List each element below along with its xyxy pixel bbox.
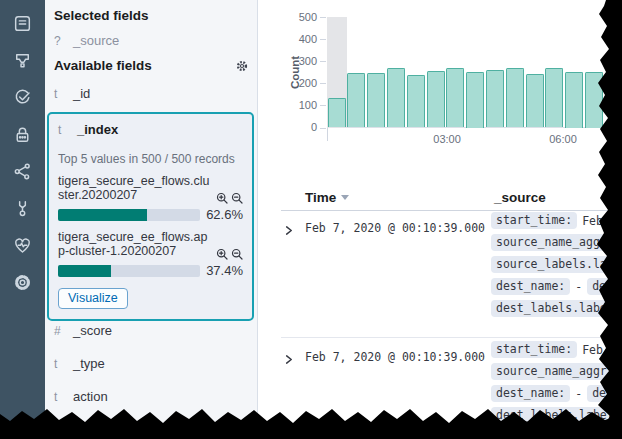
- field-name: _type: [73, 356, 105, 371]
- field-name: _source: [73, 33, 119, 48]
- y-axis-tick-mark: [320, 39, 326, 40]
- available-fields-header: Available fields: [54, 58, 152, 73]
- logs-icon[interactable]: [12, 13, 33, 34]
- monitoring-icon[interactable]: [12, 235, 33, 256]
- histogram-bar[interactable]: [427, 71, 445, 128]
- y-axis-tick-label: 300: [290, 55, 317, 67]
- column-header-source: _source: [494, 190, 546, 205]
- source-cell: start_time:Feb 7,source_name_aggr:dest_n…: [491, 341, 622, 429]
- top-value-zoom-buttons: [216, 190, 243, 202]
- field-type-icon: t: [54, 390, 63, 404]
- value-percent: 62.6%: [206, 207, 243, 222]
- visualize-button[interactable]: Visualize: [58, 288, 128, 309]
- magnify-plus-icon[interactable]: [216, 190, 228, 202]
- magnify-minus-icon[interactable]: [231, 246, 243, 258]
- source-key-badge: dest_labels.labels: [491, 407, 622, 424]
- source-key-badge: dest_name_aggr:: [587, 278, 622, 295]
- expand-row-icon[interactable]: [283, 222, 294, 233]
- table-header-divider: [281, 210, 622, 211]
- time-cell: Feb 7, 2020 @ 00:10:39.000: [305, 350, 485, 364]
- top-value-zoom-buttons: [216, 246, 243, 258]
- histogram-bar[interactable]: [506, 68, 524, 127]
- source-value-text: -: [575, 280, 582, 294]
- y-axis-tick-label: 100: [290, 99, 317, 111]
- source-cell: start_time:Feb 7,source_name_aggr:source…: [491, 212, 622, 322]
- column-header-time[interactable]: Time: [305, 190, 349, 205]
- top-value-item: tigera_secure_ee_flows.app-cluster-1.202…: [58, 231, 243, 278]
- top-value-label: tigera_secure_ee_flows.app-cluster-1.202…: [58, 231, 210, 258]
- histogram-bar[interactable]: [328, 98, 346, 127]
- field-name: _index: [77, 122, 118, 137]
- field-type-icon: t: [54, 87, 63, 101]
- field-type-icon: t: [58, 123, 67, 137]
- source-value-text: Feb 7,: [582, 343, 622, 357]
- histogram-bar[interactable]: [565, 72, 583, 127]
- source-field-line: source_name_aggr:: [491, 234, 622, 251]
- top-value-item: tigera_secure_ee_flows.cluster.202002076…: [58, 175, 243, 222]
- y-axis-tick-mark: [320, 17, 326, 18]
- field-type-icon: t: [54, 357, 63, 371]
- histogram-bar[interactable]: [407, 75, 425, 128]
- graph-icon[interactable]: [12, 161, 33, 182]
- expand-row-icon[interactable]: [283, 351, 294, 362]
- top-value-head: tigera_secure_ee_flows.app-cluster-1.202…: [58, 231, 243, 258]
- source-field-line: dest_labels.labels: [491, 407, 622, 424]
- source-key-badge: source_labels.labels: [491, 256, 622, 273]
- field-settings-gear-icon[interactable]: [235, 59, 249, 73]
- histogram-bar[interactable]: [347, 73, 365, 127]
- y-axis-tick-label: 500: [290, 11, 317, 23]
- source-key-badge: source_name_aggr:: [491, 234, 619, 251]
- y-axis-tick-label: 400: [290, 33, 317, 45]
- devtools-icon[interactable]: [12, 198, 33, 219]
- value-progress-fill: [58, 209, 147, 221]
- value-progress-fill: [58, 265, 111, 277]
- y-axis-tick-mark: [320, 83, 326, 84]
- histogram-bar[interactable]: [545, 68, 563, 127]
- source-key-badge: start_time:: [491, 341, 577, 358]
- field-row-action[interactable]: taction: [54, 389, 108, 404]
- source-field-line: source_labels.labels: [491, 256, 622, 273]
- source-field-line: dest_name:-dest_name_aggr:: [491, 278, 622, 295]
- source-key-badge: source_name_aggr:: [491, 363, 619, 380]
- y-axis-tick-mark: [320, 105, 326, 106]
- uptime-icon[interactable]: [12, 87, 33, 108]
- source-field-line: source_name_aggr:: [491, 363, 622, 380]
- source-field-line: start_time:Feb 7,: [491, 341, 622, 358]
- security-icon[interactable]: [12, 124, 33, 145]
- management-icon[interactable]: [12, 272, 33, 293]
- field-row-index[interactable]: t _index: [58, 122, 243, 137]
- field-type-icon: ?: [54, 34, 63, 48]
- field-name: _score: [73, 323, 112, 338]
- histogram-bar[interactable]: [466, 72, 484, 127]
- top-value-bar-row: 37.4%: [58, 263, 243, 278]
- table-row-divider: [281, 337, 622, 338]
- value-progress-track: [58, 209, 200, 221]
- top-values-summary: Top 5 values in 500 / 500 records: [58, 152, 243, 166]
- source-key-badge: dest_name:: [491, 385, 570, 402]
- field-row-id[interactable]: t_id: [54, 86, 90, 101]
- x-axis-tick-mark: [327, 128, 328, 141]
- discover-icon[interactable]: [12, 50, 33, 71]
- histogram-bar[interactable]: [526, 74, 544, 127]
- field-name: action: [73, 389, 108, 404]
- kibana-discover-app: Selected fields ?_source Available field…: [0, 0, 622, 439]
- fields-panel: Selected fields ?_source Available field…: [45, 0, 258, 439]
- top-value-bar-row: 62.6%: [58, 207, 243, 222]
- source-value-text: Feb 7,: [582, 214, 622, 228]
- source-field-line: dest_name:-dest_name_aggr:: [491, 385, 622, 402]
- magnify-minus-icon[interactable]: [231, 190, 243, 202]
- histogram-bar[interactable]: [486, 70, 504, 128]
- magnify-plus-icon[interactable]: [216, 246, 228, 258]
- field-row-score[interactable]: #_score: [54, 323, 112, 338]
- field-row-source[interactable]: ?_source: [54, 33, 119, 48]
- histogram-bar[interactable]: [367, 73, 385, 127]
- histogram-bar[interactable]: [387, 68, 405, 128]
- top-value-head: tigera_secure_ee_flows.cluster.20200207: [58, 175, 243, 202]
- x-axis-tick-label: 06:00: [541, 133, 585, 145]
- source-key-badge: dest_labels.labels: [491, 300, 622, 317]
- selected-fields-header: Selected fields: [54, 8, 149, 23]
- field-row-type[interactable]: t_type: [54, 356, 105, 371]
- histogram-bar[interactable]: [585, 72, 603, 127]
- histogram-bar[interactable]: [446, 68, 464, 127]
- index-field-card: t _index Top 5 values in 500 / 500 recor…: [47, 112, 254, 321]
